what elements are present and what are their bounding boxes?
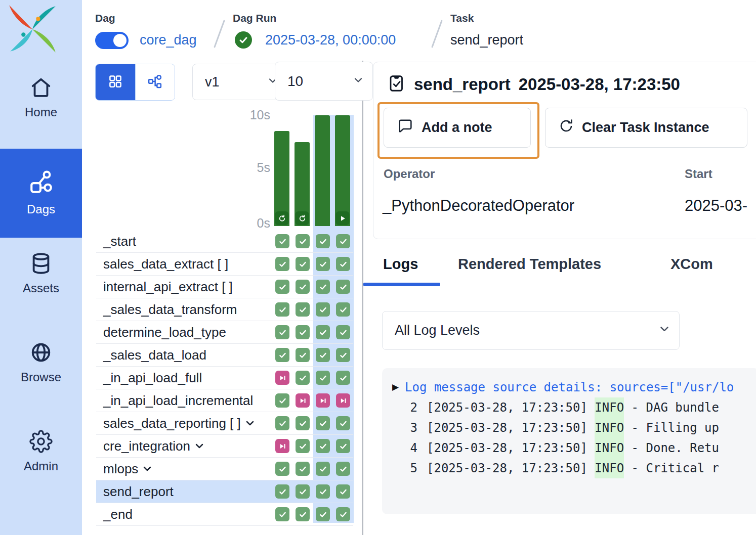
sidebar-item-home[interactable]: Home <box>0 76 82 119</box>
task-instance-success[interactable] <box>275 484 289 499</box>
tab-logs[interactable]: Logs <box>383 256 418 273</box>
task-instance-success[interactable] <box>336 507 350 521</box>
task-row[interactable]: _end <box>96 503 353 526</box>
task-instance-success[interactable] <box>316 484 330 499</box>
task-instance-skipped[interactable] <box>296 393 310 408</box>
task-instance-skipped[interactable] <box>316 393 330 408</box>
tab-rendered-templates[interactable]: Rendered Templates <box>458 256 601 273</box>
chevron-down-icon[interactable] <box>244 417 256 429</box>
task-row[interactable]: _sales_data_load <box>96 344 353 367</box>
task-instance-success[interactable] <box>275 416 289 430</box>
task-instance-success[interactable] <box>275 280 289 294</box>
task-instance-success[interactable] <box>336 280 350 294</box>
breadcrumb-task-value: send_report <box>450 32 523 48</box>
task-instance-success[interactable] <box>316 462 330 476</box>
task-instance-success[interactable] <box>296 257 310 271</box>
task-instance-skipped[interactable] <box>336 393 350 408</box>
run-duration-bar[interactable] <box>335 115 350 226</box>
task-doc-check-icon <box>388 74 406 95</box>
task-row[interactable]: sales_data_extract [ ] <box>96 253 353 276</box>
chevron-down-icon[interactable] <box>193 440 205 452</box>
task-instance-success[interactable] <box>296 325 310 339</box>
task-instance-success[interactable] <box>336 302 350 317</box>
task-instance-success[interactable] <box>296 348 310 362</box>
task-row[interactable]: cre_integration <box>96 435 353 458</box>
task-instance-success[interactable] <box>296 439 310 453</box>
task-instance-success[interactable] <box>316 348 330 362</box>
task-instance-skipped[interactable] <box>275 439 289 453</box>
task-instance-success[interactable] <box>296 462 310 476</box>
task-row[interactable]: _start <box>96 230 353 253</box>
task-instance-success[interactable] <box>316 280 330 294</box>
task-row[interactable]: _sales_data_transform <box>96 298 353 321</box>
task-instance-success[interactable] <box>296 484 310 499</box>
task-row[interactable]: send_report <box>96 480 353 503</box>
task-instance-success[interactable] <box>316 439 330 453</box>
task-instance-success[interactable] <box>275 234 289 248</box>
run-duration-bar[interactable] <box>274 131 289 226</box>
log-source-details-toggle[interactable]: ▶ Log message source details: sources=["… <box>389 377 756 397</box>
dag-link[interactable]: core_dag <box>140 32 197 48</box>
task-instance-success[interactable] <box>275 393 289 408</box>
task-row[interactable]: mlops <box>96 458 353 480</box>
dag-pause-toggle[interactable] <box>95 32 129 49</box>
grid-view-button[interactable] <box>96 64 135 100</box>
task-instance-success[interactable] <box>275 325 289 339</box>
task-row[interactable]: internal_api_extract [ ] <box>96 276 353 298</box>
play-marker-icon <box>336 211 350 225</box>
task-instance-success[interactable] <box>296 371 310 385</box>
run-count-select[interactable]: 10 <box>275 62 373 101</box>
task-instance-success[interactable] <box>316 325 330 339</box>
dag-version-select[interactable]: v1 <box>192 64 287 100</box>
task-instance-skipped[interactable] <box>275 371 289 385</box>
sidebar-item-dags[interactable]: Dags <box>0 149 82 238</box>
log-line-number[interactable]: 2 <box>389 397 417 418</box>
run-duration-bar[interactable] <box>315 115 330 226</box>
task-row[interactable]: determine_load_type <box>96 321 353 344</box>
task-instance-success[interactable] <box>275 462 289 476</box>
log-line-number[interactable]: 4 <box>389 438 417 458</box>
sidebar-item-assets[interactable]: Assets <box>0 252 82 295</box>
task-instance-success[interactable] <box>336 416 350 430</box>
graph-view-button[interactable] <box>135 64 175 100</box>
task-instance-success[interactable] <box>275 257 289 271</box>
task-row[interactable]: sales_data_reporting [ ] <box>96 412 353 435</box>
log-level-select[interactable]: All Log Levels <box>382 311 680 350</box>
airflow-logo[interactable] <box>6 2 59 55</box>
task-row[interactable]: _in_api_load_incremental <box>96 389 353 412</box>
sidebar-item-admin[interactable]: Admin <box>0 430 82 473</box>
task-instance-success[interactable] <box>296 280 310 294</box>
task-instance-success[interactable] <box>336 462 350 476</box>
task-instance-success[interactable] <box>316 507 330 521</box>
task-instance-success[interactable] <box>336 325 350 339</box>
task-instance-success[interactable] <box>316 416 330 430</box>
task-instance-success[interactable] <box>296 416 310 430</box>
log-line-number[interactable]: 3 <box>389 418 417 438</box>
chevron-down-icon <box>352 73 364 90</box>
task-instance-success[interactable] <box>275 302 289 317</box>
task-instance-success[interactable] <box>275 348 289 362</box>
add-note-button[interactable]: Add a note <box>384 108 531 148</box>
task-instance-success[interactable] <box>336 257 350 271</box>
task-instance-success[interactable] <box>296 507 310 521</box>
task-instance-success[interactable] <box>275 507 289 521</box>
task-instance-success[interactable] <box>316 234 330 248</box>
log-line-number[interactable]: 5 <box>389 458 417 478</box>
task-instance-success[interactable] <box>336 484 350 499</box>
task-instance-success[interactable] <box>336 348 350 362</box>
task-instance-success[interactable] <box>316 371 330 385</box>
dagrun-link[interactable]: 2025-03-28, 00:00:00 <box>265 32 396 48</box>
task-instance-success[interactable] <box>316 302 330 317</box>
task-row[interactable]: _in_api_load_full <box>96 367 353 389</box>
task-instance-success[interactable] <box>316 257 330 271</box>
task-instance-success[interactable] <box>296 302 310 317</box>
tab-xcom[interactable]: XCom <box>670 256 713 273</box>
clear-task-instance-button[interactable]: Clear Task Instance <box>545 108 747 148</box>
task-instance-success[interactable] <box>336 439 350 453</box>
sidebar-item-browse[interactable]: Browse <box>0 341 82 384</box>
run-duration-bar[interactable] <box>295 142 310 226</box>
task-instance-success[interactable] <box>336 234 350 248</box>
task-instance-success[interactable] <box>336 371 350 385</box>
chevron-down-icon[interactable] <box>141 463 153 475</box>
task-instance-success[interactable] <box>296 234 310 248</box>
